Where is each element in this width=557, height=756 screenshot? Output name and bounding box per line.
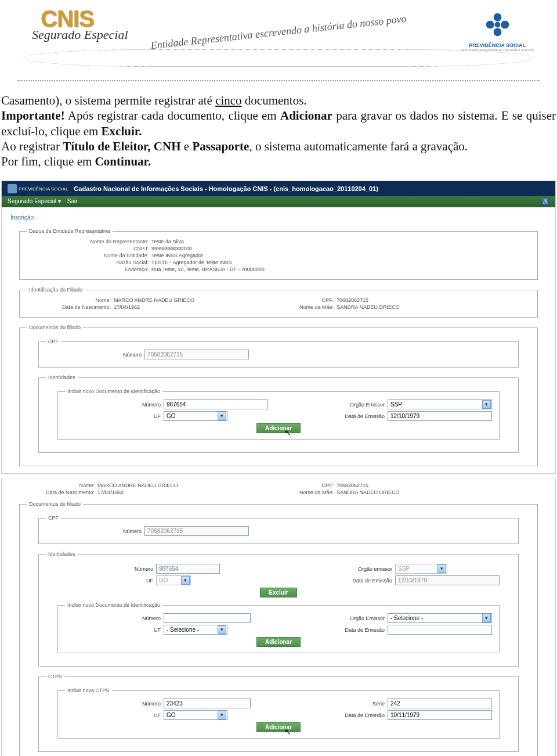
legend-identidades: Identidades [46,375,78,380]
cnis-logo: CNIS Segurado Especial [41,6,128,42]
adicionar-button[interactable]: Adicionar [256,423,301,433]
previdencia-icon [479,6,516,44]
legend-novo-doc: Incluir novo Documento de Identificação [65,602,162,608]
label-numero: Número [65,701,164,707]
text: Por fim, clique em [1,154,95,168]
fieldset-filiado: Identificação do Filiado Nome:MARCO ANDR… [19,287,538,318]
data-em-input-ro[interactable] [395,575,500,585]
adicionar-button[interactable]: Adicionar [256,637,301,647]
label-numero: Número [65,615,164,621]
legend-documentos: Documentos do filiado [27,501,83,507]
value-cpf: 70682062715 [337,297,368,303]
data-em-input-2[interactable] [388,625,492,635]
label-mae: Nome da Mãe: [278,489,337,495]
decorative-line [17,75,540,81]
value-nome-repr: Teste da Silva [151,239,184,244]
ctps-data-em-input[interactable] [388,710,492,720]
fieldset-documentos: Documentos do filiado CPF Número Identid… [19,501,538,756]
value-mae: SANDRA NADEU DRIECO [337,489,400,495]
decorative-curve [23,49,534,67]
excluir-button[interactable]: Excluir [260,588,296,597]
label-cpf-numero: Número [46,352,144,358]
adicionar-button[interactable]: Adicionar [256,722,301,732]
value-data-nasc: 17/04/1962 [114,304,140,310]
tagline: Entidade Representativa escrevendo a his… [150,13,407,52]
label-cnpj: CNPJ: [27,246,151,251]
text-bold: Adicionar [280,109,332,123]
label-numero: Número [57,566,156,572]
label-nome: Nome: [27,297,114,303]
app-header-bar: PREVIDÊNCIA SOCIAL Cadastro Nacional de … [2,181,555,196]
menu-segurado-especial[interactable]: Segurado Especial ▾ [8,198,61,204]
label-nome-ent: Nome da Entidade: [27,253,151,258]
numero-input-ro[interactable] [156,564,220,574]
legend-nova-ctps: Incluir nova CTPS [65,687,112,693]
text-bold: Excluir. [102,124,142,138]
text: , o sistema automaticamente fará a grava… [249,139,468,153]
accessibility-icon[interactable]: ♿ [541,198,549,206]
value-nome: MARCO ANDRE NADEU GRIECO [114,297,194,303]
text-underlined: cinco [215,93,241,107]
numero-input-2[interactable] [164,613,251,623]
fieldset-novo-doc: Incluir novo Documento de Identificação … [57,388,500,440]
fieldset-cpf: CPF Número [38,515,519,544]
uf-select-ro[interactable]: GO [156,575,191,585]
label-orgao: Orgão Emissor [318,402,388,408]
fieldset-identidades: Identidades Número Orgão emissor SSP UF … [38,551,519,667]
uf-select-2[interactable]: - Selecione - [164,625,227,635]
text-bold: Continuar. [95,154,151,168]
ctps-serie-input[interactable] [388,699,492,708]
label-uf: UF [65,627,164,633]
label-uf: UF [57,578,156,584]
ctps-numero-input[interactable] [164,699,251,708]
ctps-uf-select[interactable]: GO [164,710,227,720]
text-bold: Passaporte [192,139,249,153]
legend-cpf: CPF [46,515,61,521]
text-bold: Importante! [1,109,65,123]
cpf-numero-input[interactable] [144,350,249,359]
label-cpf: CPF: [278,483,337,488]
fieldset-cpf: CPF Número [38,339,519,368]
fieldset-ctps: CTPS Incluir nova CTPS Número Série UF G… [38,674,519,752]
label-mae: Nome da Mãe: [278,304,337,310]
label-serie: Série [318,701,388,707]
label-data-em: Data de Emissão [318,627,388,633]
legend-identidades: Identidades [46,551,78,557]
orgao-select-2[interactable]: - Selecione - [388,613,492,623]
text-bold: Título de Eleitor, CNH [63,139,180,153]
app-header-brand: PREVIDÊNCIA SOCIAL [8,184,68,193]
label-uf: UF [65,712,164,718]
app-title-text: Cadastro Nacional de Informações Sociais… [74,185,378,192]
fieldset-entidade: Dados da Entidade Representativa Nome do… [19,228,538,280]
data-em-input[interactable] [388,411,492,421]
legend-ctps: CTPS [46,674,64,679]
cpf-numero-input[interactable] [144,526,249,536]
app-title: Cadastro Nacional de Informações Sociais… [74,185,378,192]
label-data-nasc: Data de Nascimento: [27,304,114,310]
menu-sair[interactable]: Sair [67,198,78,204]
fieldset-identidades: Identidades Incluir novo Documento de Id… [38,375,519,453]
legend-cpf: CPF [46,339,61,344]
uf-select[interactable]: GO [164,411,227,421]
label-numero: Número [65,402,164,408]
value-cpf: 70682062715 [337,483,368,488]
value-nome: MARCO ANDRE NADEU GRIECO [97,483,178,488]
orgao-select-ro[interactable]: SSP [395,564,447,574]
legend-novo-doc: Incluir novo Documento de Identificação [65,388,162,394]
fieldset-documentos: Documentos do filiado CPF Número Identid… [19,325,538,466]
inscricao-heading: Inscrição [2,207,555,224]
value-nome-ent: Teste INSS Agregador [151,253,203,258]
label-data-em: Data de Emissão [325,578,395,584]
value-mae: SANDRA NADEU DRIECO [337,304,400,310]
legend-filiado: Identificação do Filiado [27,287,85,293]
legend-documentos: Documentos do filiado [27,325,83,330]
app-menu-bar: Segurado Especial ▾ Sair ♿ [2,196,555,207]
cnis-logo-sub: Segurado Especial [32,27,128,42]
orgao-select[interactable]: SSP [388,399,492,409]
text: e [181,139,193,153]
text: documentos. [242,93,307,107]
label-cpf: CPF: [278,297,337,303]
label-data-em: Data de Emissão [318,712,388,718]
label-orgao-lc: Orgão emissor [325,566,395,572]
numero-input[interactable] [164,399,268,409]
